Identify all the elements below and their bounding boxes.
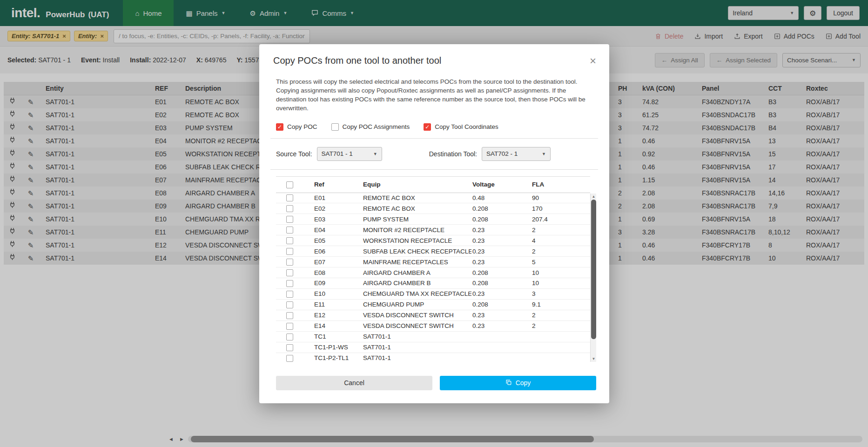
row-checkbox[interactable] xyxy=(286,269,293,276)
copy-button[interactable]: Copy xyxy=(440,376,596,390)
modal-table-row: E08AIRGARD CHAMBER A0.20810 xyxy=(276,267,590,278)
divider xyxy=(270,169,598,170)
header-select-all[interactable] xyxy=(276,176,313,193)
cell-fla: 4 xyxy=(531,235,590,246)
header-fla: FLA xyxy=(531,176,590,193)
modal-table-header-row: Ref Equip Voltage FLA xyxy=(276,176,590,193)
row-checkbox[interactable] xyxy=(286,355,293,362)
cell-fla: 9.1 xyxy=(531,299,590,310)
cell-ref: E06 xyxy=(313,246,362,257)
select-all-checkbox[interactable] xyxy=(286,181,293,188)
chevron-down-icon: ▼ xyxy=(542,152,546,156)
row-checkbox[interactable] xyxy=(286,323,293,330)
row-checkbox-cell[interactable] xyxy=(276,353,313,362)
modal-table-row: TC1SAT701-1 xyxy=(276,331,590,342)
cell-equip: MAINFRAME RECEPTACLES xyxy=(362,257,471,267)
copy-poc-checkbox[interactable]: ✓ Copy POC xyxy=(276,123,317,131)
source-tool-select[interactable]: SAT701 - 1 ▼ xyxy=(317,147,382,161)
close-icon[interactable]: × xyxy=(588,55,598,67)
copy-poc-assignments-checkbox[interactable]: Copy POC Assignments xyxy=(331,123,410,131)
cell-voltage: 0.23 xyxy=(471,225,531,235)
modal-footer: Cancel Copy xyxy=(259,362,609,403)
vertical-scrollbar[interactable]: ▲ ▼ xyxy=(590,193,596,362)
row-checkbox-cell[interactable] xyxy=(276,225,313,235)
modal-table-row: E11CHEMGUARD PUMP0.2089.1 xyxy=(276,299,590,310)
row-checkbox[interactable] xyxy=(286,312,293,319)
modal-header: Copy POCs from one tool to another tool … xyxy=(259,44,609,67)
cell-equip: MONITOR #2 RECEPTACLE xyxy=(362,225,471,235)
row-checkbox[interactable] xyxy=(286,259,293,266)
cell-equip: AIRGARD CHAMBER B xyxy=(362,278,471,289)
row-checkbox[interactable] xyxy=(286,301,293,308)
cell-ref: TC1 xyxy=(313,331,362,342)
header-voltage: Voltage xyxy=(471,176,531,193)
cell-equip: WORKSTATION RECEPTACLE xyxy=(362,235,471,246)
row-checkbox-cell[interactable] xyxy=(276,203,313,214)
button-label: Copy xyxy=(516,379,531,387)
scroll-down-icon[interactable]: ▼ xyxy=(591,357,596,361)
modal-table-row: E10CHEMGUARD TMA XX RECEPTACLE0.233 xyxy=(276,288,590,299)
row-checkbox[interactable] xyxy=(286,291,293,298)
row-checkbox-cell[interactable] xyxy=(276,320,313,331)
modal-table-row: E07MAINFRAME RECEPTACLES0.235 xyxy=(276,257,590,267)
cell-voltage: 0.208 xyxy=(471,299,531,310)
row-checkbox[interactable] xyxy=(286,237,293,244)
cell-voltage: 0.208 xyxy=(471,278,531,289)
cell-voltage: 0.23 xyxy=(471,235,531,246)
header-equip: Equip xyxy=(362,176,471,193)
row-checkbox-cell[interactable] xyxy=(276,331,313,342)
cell-voltage: 0.48 xyxy=(471,193,531,203)
row-checkbox-cell[interactable] xyxy=(276,235,313,246)
row-checkbox-cell[interactable] xyxy=(276,342,313,353)
cell-ref: E02 xyxy=(313,203,362,214)
cell-fla: 207.4 xyxy=(531,214,590,225)
cell-ref: E14 xyxy=(313,320,362,331)
cell-voltage xyxy=(471,353,531,362)
row-checkbox-cell[interactable] xyxy=(276,193,313,203)
cell-equip: SAT701-1 xyxy=(362,331,471,342)
cell-ref: E04 xyxy=(313,225,362,235)
row-checkbox-cell[interactable] xyxy=(276,214,313,225)
cell-ref: E05 xyxy=(313,235,362,246)
vertical-scrollbar-thumb[interactable] xyxy=(591,200,596,339)
row-checkbox-cell[interactable] xyxy=(276,278,313,289)
cancel-button[interactable]: Cancel xyxy=(276,376,432,390)
destination-tool-group: Destination Tool: SAT702 - 1 ▼ xyxy=(429,147,551,161)
checkbox-icon xyxy=(331,123,339,131)
cell-ref: TC1-P2-TL1 xyxy=(313,353,362,362)
cell-fla xyxy=(531,331,590,342)
row-checkbox[interactable] xyxy=(286,205,293,212)
row-checkbox-cell[interactable] xyxy=(276,246,313,257)
scroll-up-icon[interactable]: ▲ xyxy=(591,194,596,199)
row-checkbox[interactable] xyxy=(286,216,293,223)
destination-tool-select[interactable]: SAT702 - 1 ▼ xyxy=(482,147,551,161)
row-checkbox-cell[interactable] xyxy=(276,299,313,310)
row-checkbox[interactable] xyxy=(286,344,293,351)
modal-table-wrap: Ref Equip Voltage FLA E01REMOTE AC BOX0.… xyxy=(276,176,596,362)
cell-ref: E03 xyxy=(313,214,362,225)
tool-selection-row: Source Tool: SAT701 - 1 ▼ Destination To… xyxy=(276,139,592,169)
cell-fla: 5 xyxy=(531,257,590,267)
source-tool-group: Source Tool: SAT701 - 1 ▼ xyxy=(276,147,382,161)
cell-fla: 2 xyxy=(531,320,590,331)
cell-fla: 2 xyxy=(531,225,590,235)
row-checkbox[interactable] xyxy=(286,248,293,255)
cell-voltage: 0.23 xyxy=(471,246,531,257)
row-checkbox[interactable] xyxy=(286,227,293,234)
row-checkbox[interactable] xyxy=(286,334,293,340)
cell-fla: 2 xyxy=(531,310,590,320)
row-checkbox-cell[interactable] xyxy=(276,267,313,278)
row-checkbox[interactable] xyxy=(286,194,293,201)
row-checkbox-cell[interactable] xyxy=(276,310,313,320)
row-checkbox-cell[interactable] xyxy=(276,257,313,267)
modal-title: Copy POCs from one tool to another tool xyxy=(273,55,441,66)
cell-voltage: 0.23 xyxy=(471,288,531,299)
row-checkbox[interactable] xyxy=(286,280,293,287)
button-label: Cancel xyxy=(344,379,364,387)
cell-voltage: 0.23 xyxy=(471,310,531,320)
row-checkbox-cell[interactable] xyxy=(276,288,313,299)
modal-table-row: E03PUMP SYSTEM0.208207.4 xyxy=(276,214,590,225)
copy-tool-coordinates-checkbox[interactable]: ✓ Copy Tool Coordinates xyxy=(424,123,498,131)
modal-description: This process will copy the selected elec… xyxy=(276,78,592,113)
checkbox-icon: ✓ xyxy=(424,123,431,131)
